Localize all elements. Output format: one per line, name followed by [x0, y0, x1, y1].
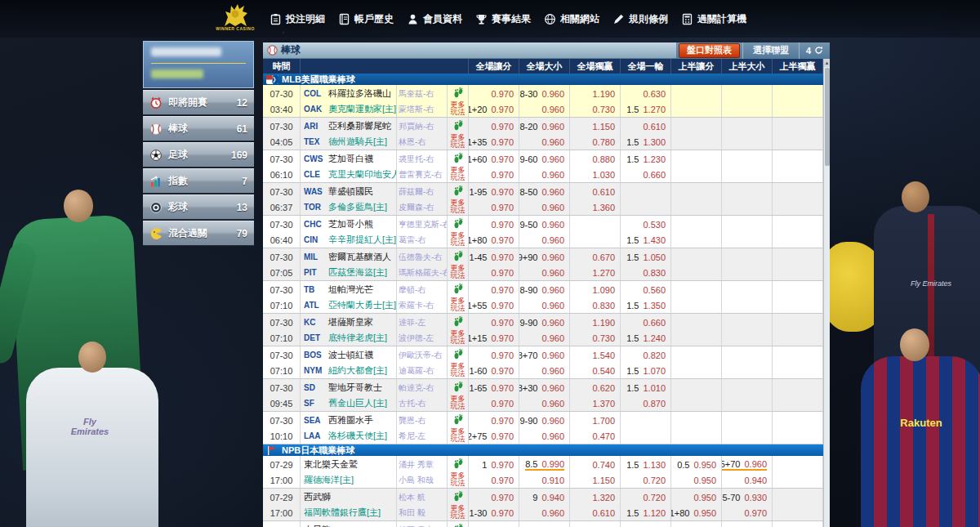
- odds-line-home[interactable]: 1.360: [570, 199, 620, 215]
- odds-cell-6[interactable]: [722, 85, 773, 117]
- odds-line-away[interactable]: 1.51.130: [621, 457, 670, 472]
- odds-line-away[interactable]: 0.970: [469, 118, 519, 134]
- odds-line-home[interactable]: 0.960: [519, 330, 569, 346]
- odds-line-home[interactable]: 0.960: [519, 428, 569, 444]
- odds-line-away[interactable]: 0.970: [469, 522, 519, 527]
- odds-cell-7[interactable]: [773, 314, 823, 346]
- odds-cell-1[interactable]: 0.9701+150.970: [469, 314, 519, 346]
- odds-line-away[interactable]: 0.610: [621, 118, 670, 134]
- odds-line-away[interactable]: [671, 249, 721, 265]
- odds-cell-6[interactable]: [722, 216, 773, 248]
- team-cell[interactable]: CHC芝加哥小熊CIN辛辛那提紅人[主]: [301, 216, 397, 248]
- team-cell[interactable]: MIL密爾瓦基釀酒人PIT匹茲堡海盜[主]: [301, 248, 397, 280]
- odds-line-home[interactable]: [722, 428, 772, 444]
- odds-line-away[interactable]: [722, 118, 772, 134]
- odds-cell-4[interactable]: 0.6301.51.270: [621, 85, 671, 117]
- odds-line-home[interactable]: [570, 232, 620, 248]
- odds-line-home[interactable]: [722, 134, 772, 150]
- odds-line-home[interactable]: [671, 265, 721, 280]
- odds-line-home[interactable]: 0.720: [621, 472, 670, 488]
- odds-line-away[interactable]: 1+600.970: [469, 151, 519, 167]
- odds-line-home[interactable]: [773, 265, 822, 280]
- odds-line-away[interactable]: [671, 118, 721, 134]
- odds-line-home[interactable]: [671, 330, 721, 346]
- odds-cell-5[interactable]: [671, 281, 722, 313]
- odds-cell-7[interactable]: [773, 85, 823, 117]
- more-plays-button[interactable]: 更多玩法: [448, 412, 469, 444]
- odds-line-home[interactable]: 1+800.950: [671, 505, 721, 520]
- odds-line-home[interactable]: 0.960: [519, 363, 569, 378]
- odds-line-home[interactable]: 0.960: [519, 297, 569, 313]
- odds-line-home[interactable]: 0.970: [469, 395, 519, 411]
- odds-line-away[interactable]: 9-900.960: [519, 413, 569, 428]
- odds-line-away[interactable]: [722, 86, 772, 101]
- odds-cell-5[interactable]: [671, 216, 722, 248]
- odds-line-home[interactable]: 0.870: [621, 395, 670, 411]
- odds-cell-2[interactable]: 8.50.9900.910: [519, 456, 570, 488]
- odds-cell-3[interactable]: 0.8801.030: [570, 150, 621, 182]
- odds-line-away[interactable]: 1-450.970: [469, 249, 519, 265]
- odds-line-home[interactable]: [621, 199, 670, 215]
- odds-cell-7[interactable]: [773, 281, 823, 313]
- odds-line-away[interactable]: 0.530: [621, 217, 670, 232]
- odds-line-away[interactable]: 0.970: [469, 315, 519, 330]
- odds-line-away[interactable]: [773, 118, 822, 134]
- vertical-scrollbar[interactable]: ▲: [823, 59, 830, 527]
- odds-cell-1[interactable]: 1-650.9700.970: [469, 379, 519, 411]
- odds-cell-1[interactable]: 0.970: [469, 521, 519, 527]
- odds-cell-2[interactable]: 8-900.9600.960: [519, 281, 570, 313]
- odds-line-away[interactable]: [671, 315, 721, 330]
- odds-cell-7[interactable]: [773, 412, 823, 444]
- odds-cell-3[interactable]: 1.1500.780: [570, 118, 621, 150]
- odds-cell-2[interactable]: 8+300.9600.960: [519, 379, 570, 411]
- odds-line-away[interactable]: [671, 151, 721, 167]
- odds-cell-4[interactable]: 0.620: [621, 521, 671, 527]
- odds-line-away[interactable]: 1.150: [570, 118, 620, 134]
- odds-cell-4[interactable]: [621, 183, 671, 215]
- odds-line-away[interactable]: 5-700.930: [722, 489, 772, 505]
- odds-line-home[interactable]: [621, 428, 670, 444]
- odds-cell-2[interactable]: 8-500.9600.960: [519, 183, 570, 215]
- odds-cell-7[interactable]: [773, 346, 823, 378]
- nav-item-pencil[interactable]: 規則條例: [612, 12, 668, 26]
- odds-cell-5[interactable]: [671, 379, 722, 411]
- odds-line-away[interactable]: 0.620: [621, 522, 670, 527]
- more-plays-button[interactable]: 更多玩法: [448, 85, 469, 117]
- odds-cell-3[interactable]: 0.7401.150: [570, 456, 621, 488]
- odds-line-away[interactable]: [621, 184, 670, 199]
- odds-cell-7[interactable]: [773, 118, 823, 150]
- odds-cell-1[interactable]: 1-450.9700.970: [469, 248, 519, 280]
- odds-line-home[interactable]: 1.51.240: [621, 330, 670, 346]
- odds-line-away[interactable]: 0.970: [469, 347, 519, 363]
- nav-item-book[interactable]: 帳戶歷史: [338, 12, 394, 26]
- more-plays-button[interactable]: 更多玩法: [448, 521, 469, 527]
- odds-line-home[interactable]: 0.960: [519, 265, 569, 280]
- odds-line-home[interactable]: [773, 199, 822, 215]
- odds-line-home[interactable]: [722, 199, 772, 215]
- odds-cell-1[interactable]: 0.9702+750.970: [469, 412, 519, 444]
- odds-cell-4[interactable]: 0.6101.51.300: [621, 118, 671, 150]
- odds-cell-6[interactable]: [722, 183, 773, 215]
- odds-line-home[interactable]: 1+800.970: [469, 232, 519, 248]
- odds-line-away[interactable]: [671, 347, 721, 363]
- odds-line-home[interactable]: 0.540: [570, 363, 620, 378]
- odds-line-home[interactable]: 1.51.350: [621, 297, 670, 313]
- odds-line-home[interactable]: 1+350.970: [469, 134, 519, 150]
- odds-line-home[interactable]: 2+750.970: [469, 428, 519, 444]
- team-cell[interactable]: 東北樂天金鷲羅德海洋[主]: [301, 456, 397, 488]
- odds-line-away[interactable]: 0.670: [570, 249, 620, 265]
- odds-line-home[interactable]: [722, 330, 772, 346]
- odds-line-away[interactable]: 9+900.960: [519, 249, 569, 265]
- odds-cell-5[interactable]: [671, 85, 722, 117]
- odds-cell-1[interactable]: 10.9700.970: [469, 456, 519, 488]
- team-cell[interactable]: CWS芝加哥白襪CLE克里夫蘭印地安人[主]: [301, 150, 397, 182]
- odds-line-home[interactable]: 0.950: [671, 472, 721, 488]
- odds-line-home[interactable]: 0.730: [570, 330, 620, 346]
- odds-line-away[interactable]: [722, 184, 772, 199]
- odds-line-home[interactable]: 1.370: [570, 395, 620, 411]
- odds-cell-7[interactable]: [773, 489, 823, 520]
- odds-cell-3[interactable]: 1.1900.730: [570, 85, 621, 117]
- sidebar-item-moon[interactable]: 混合過關79: [143, 221, 254, 246]
- odds-cell-1[interactable]: 0.9701+800.970: [469, 216, 519, 248]
- odds-line-home[interactable]: [671, 297, 721, 313]
